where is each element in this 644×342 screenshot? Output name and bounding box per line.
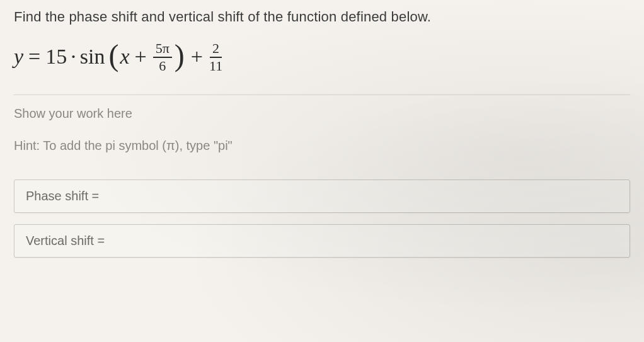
- fraction-vertical-denominator: 11: [209, 58, 222, 74]
- vertical-shift-label: Vertical shift =: [26, 234, 105, 248]
- fraction-phase-numerator: 5π: [153, 41, 172, 58]
- equation-lhs: y: [14, 45, 23, 69]
- plus-outside: +: [191, 45, 203, 69]
- fraction-phase: 5π 6: [153, 41, 172, 74]
- answer-group: Phase shift = Vertical shift =: [14, 180, 630, 258]
- equation-display: y = 15 · sin ( x + 5π 6 ) + 2 11: [14, 40, 630, 73]
- fraction-vertical-numerator: 2: [210, 41, 222, 58]
- plus-inside: +: [135, 45, 147, 69]
- fraction-phase-denominator: 6: [159, 58, 166, 74]
- equals-sign: =: [28, 45, 40, 69]
- phase-shift-input[interactable]: [103, 189, 618, 203]
- phase-shift-box[interactable]: Phase shift =: [14, 180, 630, 213]
- amplitude: 15: [45, 45, 67, 69]
- right-paren: ): [175, 40, 185, 71]
- dot-operator: ·: [71, 45, 76, 69]
- hint-text: Hint: To add the pi symbol (π), type "pi…: [14, 139, 630, 153]
- show-work-placeholder[interactable]: Show your work here: [14, 106, 630, 121]
- vertical-shift-box[interactable]: Vertical shift =: [14, 224, 630, 258]
- fraction-vertical: 2 11: [209, 41, 222, 74]
- vertical-shift-input[interactable]: [108, 234, 618, 248]
- sin-function: sin: [80, 45, 105, 69]
- section-divider: [14, 94, 630, 95]
- question-title: Find the phase shift and vertical shift …: [14, 9, 630, 25]
- left-paren: (: [108, 40, 118, 71]
- phase-shift-label: Phase shift =: [26, 189, 99, 203]
- variable-x: x: [120, 45, 129, 69]
